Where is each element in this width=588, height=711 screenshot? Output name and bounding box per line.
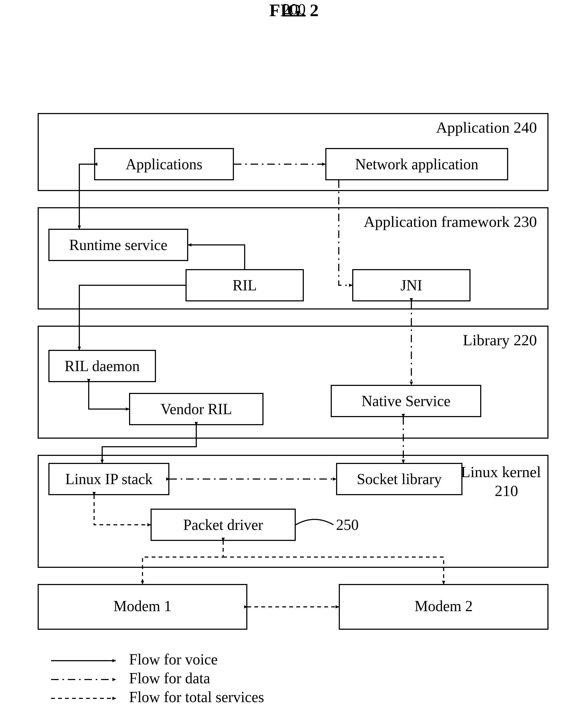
connectors: [0, 0, 588, 711]
legend-data-line: [51, 675, 121, 684]
legend-data-label: Flow for data: [129, 670, 210, 687]
legend-total-line: [51, 694, 121, 703]
legend-voice-line: [51, 656, 121, 665]
legend-total-label: Flow for total services: [129, 688, 264, 706]
legend-voice-label: Flow for voice: [129, 651, 218, 668]
